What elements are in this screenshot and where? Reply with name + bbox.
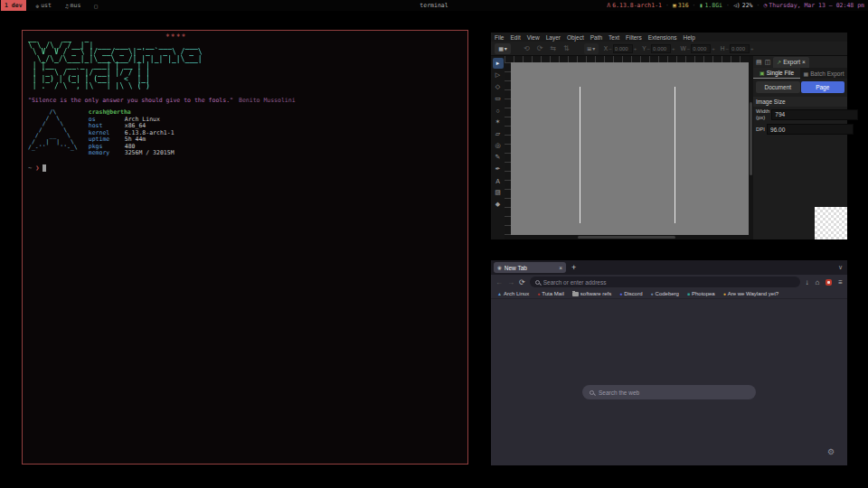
spiral-tool-icon[interactable]: ◎ xyxy=(493,140,504,151)
shell-prompt[interactable]: ~ ❯ xyxy=(28,164,462,172)
bookmark-codeberg[interactable]: ● Codeberg xyxy=(651,291,679,296)
page-scope-button[interactable]: Page xyxy=(801,81,845,93)
minus-stepper[interactable]: − xyxy=(647,46,651,52)
menu-file[interactable]: File xyxy=(495,34,504,41)
menu-help[interactable]: Help xyxy=(684,34,695,41)
image-size-header: Image Size xyxy=(753,97,847,107)
select-all-dropdown[interactable]: ▦ ▾ xyxy=(495,43,511,54)
close-icon[interactable]: × xyxy=(802,59,806,65)
home-button[interactable]: ⌂ xyxy=(815,278,819,286)
export-dock-tab[interactable]: ↗ Export × xyxy=(773,57,809,68)
downloads-button[interactable]: ↓ xyxy=(805,278,808,286)
bookmark-are-we-wayland-yet[interactable]: ● Are we Wayland yet? xyxy=(723,291,779,296)
document-scope-button[interactable]: Document xyxy=(756,81,800,93)
tab-new-tab[interactable]: ◉ New Tab × xyxy=(494,262,566,273)
focused-window-title: terminal xyxy=(0,2,868,9)
export-scope-buttons: Document Page xyxy=(753,79,847,95)
pencil-tool-icon[interactable]: ✎ xyxy=(493,152,504,163)
menu-text[interactable]: Text xyxy=(609,34,619,41)
tab-bar: ◉ New Tab × + ∨ xyxy=(491,260,847,275)
export-mode-tabs: ▣ Single File ▦ Batch Export xyxy=(753,68,847,79)
export-icon: ↗ xyxy=(777,59,781,65)
selector-tool-icon[interactable]: ▸ xyxy=(493,58,504,69)
text-tool-icon[interactable]: A xyxy=(493,175,504,186)
horizontal-scrollbar[interactable] xyxy=(505,235,749,239)
chevron-down-icon: ▾ xyxy=(592,45,595,52)
firefox-window: ◉ New Tab × + ∨ ← → ⟳ ↓ ⌂ ≡ ▲ Arch Linux… xyxy=(491,260,847,465)
plus-stepper[interactable]: + xyxy=(750,46,754,52)
vertical-ruler[interactable] xyxy=(505,62,511,235)
reload-button[interactable]: ⟳ xyxy=(519,278,525,286)
tab-single-file[interactable]: ▣ Single File xyxy=(753,68,800,79)
y-field: Y − + xyxy=(642,44,675,53)
plus-stepper[interactable]: + xyxy=(672,46,675,52)
bookmark-folder-software-refs[interactable]: software refs xyxy=(572,291,611,296)
node-editor-tool-icon[interactable]: ▷ xyxy=(493,70,504,80)
rectangle-tool-icon[interactable]: ▭ xyxy=(493,93,504,104)
box3d-tool-icon[interactable]: ▱ xyxy=(493,128,504,139)
menu-path[interactable]: Path xyxy=(590,34,602,41)
bezier-pen-tool-icon[interactable]: ✒ xyxy=(493,164,504,174)
web-search-input[interactable] xyxy=(599,389,749,396)
extension-icon[interactable] xyxy=(826,279,832,286)
new-tab-page: ⚙ xyxy=(491,299,847,465)
tab-batch-export[interactable]: ▦ Batch Export xyxy=(800,68,847,79)
minus-stepper[interactable]: − xyxy=(725,46,729,52)
fetch-row: memory 3256M / 32015M xyxy=(89,150,175,157)
url-bar[interactable] xyxy=(530,277,801,287)
horizontal-ruler[interactable] xyxy=(505,56,749,62)
menu-edit[interactable]: Edit xyxy=(510,34,520,41)
h-input[interactable] xyxy=(730,44,750,53)
x-input[interactable] xyxy=(613,44,633,53)
minus-stepper[interactable]: − xyxy=(609,46,612,52)
export-width-input[interactable] xyxy=(771,109,858,120)
ellipse-tool-icon[interactable]: ○ xyxy=(493,105,504,116)
quote-author: Benito Mussolini xyxy=(239,97,296,104)
forward-button[interactable]: → xyxy=(507,278,514,286)
search-icon xyxy=(590,390,594,395)
snap-dropdown[interactable]: ⊞ ▾ xyxy=(584,43,599,54)
bookmark-arch-linux[interactable]: ▲ Arch Linux xyxy=(497,291,529,296)
single-file-icon: ▣ xyxy=(760,70,765,76)
bookmark-tuta-mail[interactable]: ● Tuta Mail xyxy=(537,291,563,296)
star-tool-icon[interactable]: ✶ xyxy=(493,117,504,127)
rotate-ccw-icon[interactable]: ⟲ xyxy=(524,44,530,52)
bookmark-discord[interactable]: ● Discord xyxy=(619,291,642,296)
y-input[interactable] xyxy=(651,44,671,53)
menu-object[interactable]: Object xyxy=(567,34,584,41)
menu-view[interactable]: View xyxy=(527,34,540,41)
tuta-icon: ● xyxy=(537,291,540,296)
terminal-window[interactable]: __ __ _ \ \ /\ / /__| | ___ ___ _ __ ___… xyxy=(22,30,468,465)
menu-layer[interactable]: Layer xyxy=(546,34,561,41)
arch-logo-ascii: /\ / \ / \ / \ / __ \ / | | \ /_-'' ''-_… xyxy=(28,109,78,157)
search-icon xyxy=(535,280,540,285)
new-tab-button[interactable]: + xyxy=(571,263,576,272)
close-tab-icon[interactable]: × xyxy=(559,265,562,271)
minus-stepper[interactable]: − xyxy=(687,46,691,52)
web-search-box[interactable] xyxy=(582,385,756,399)
url-input[interactable] xyxy=(543,279,796,286)
objects-panel-icon[interactable]: ▤ xyxy=(756,59,762,66)
menu-filters[interactable]: Filters xyxy=(626,34,642,41)
rotate-cw-icon[interactable]: ⟳ xyxy=(537,44,543,52)
menu-button[interactable]: ≡ xyxy=(838,278,843,286)
shape-builder-tool-icon[interactable]: ◇ xyxy=(493,81,504,92)
plus-stepper[interactable]: + xyxy=(634,46,637,52)
globe-favicon-icon: ◉ xyxy=(497,265,502,270)
personalize-gear-icon[interactable]: ⚙ xyxy=(827,447,835,456)
export-dpi-input[interactable] xyxy=(767,124,854,135)
back-button[interactable]: ← xyxy=(495,278,503,286)
flip-vertical-icon[interactable]: ⇅ xyxy=(563,44,570,52)
system-fetch: /\ / \ / \ / \ / __ \ / | | \ /_-'' ''-_… xyxy=(28,109,462,157)
bookmark-photopea[interactable]: ■ Photopea xyxy=(687,291,715,296)
dropper-tool-icon[interactable]: ◆ xyxy=(493,199,504,210)
flip-horizontal-icon[interactable]: ⇆ xyxy=(550,44,556,52)
layers-panel-icon[interactable]: ◫ xyxy=(765,59,771,66)
ascii-art-stars: **** xyxy=(165,33,186,42)
list-all-tabs-icon[interactable]: ∨ xyxy=(838,264,843,271)
gradient-tool-icon[interactable]: ▨ xyxy=(493,187,504,198)
menu-extensions[interactable]: Extensions xyxy=(648,34,677,41)
canvas[interactable] xyxy=(511,62,749,235)
w-input[interactable] xyxy=(691,44,711,53)
plus-stepper[interactable]: + xyxy=(712,46,715,52)
